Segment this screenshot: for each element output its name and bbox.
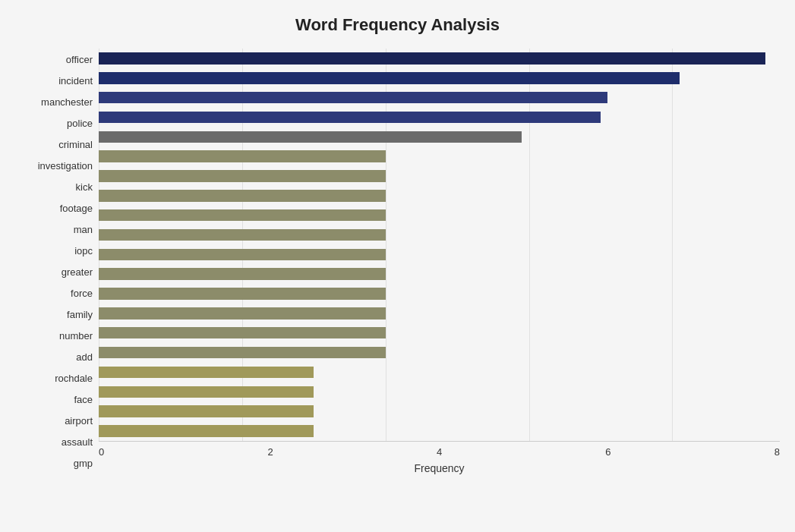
bar-row [99, 401, 780, 421]
chart-container: Word Frequency Analysis officerincidentm… [0, 0, 795, 532]
plot-area: 02468 Frequency [99, 49, 780, 474]
bar-row [99, 244, 780, 264]
y-axis: officerincidentmanchesterpolicecriminali… [15, 49, 99, 474]
y-label: assault [62, 437, 93, 447]
x-tick: 2 [267, 446, 273, 458]
y-label: officer [66, 55, 93, 65]
bar [99, 190, 386, 202]
bar [99, 307, 386, 320]
bar-row [99, 264, 780, 284]
y-label: iopc [74, 246, 93, 256]
bar [99, 249, 386, 261]
bar [99, 347, 386, 359]
y-label: man [74, 225, 93, 235]
bar-row [99, 166, 780, 186]
bar [99, 209, 386, 222]
bar-row [99, 225, 780, 245]
bar [99, 112, 601, 124]
x-tick: 8 [774, 446, 780, 458]
y-label: airport [65, 416, 93, 426]
bar-row [99, 127, 780, 146]
y-label: footage [60, 203, 93, 213]
bar [99, 72, 680, 84]
y-label: force [71, 288, 93, 298]
bar [99, 425, 314, 437]
bar [99, 327, 386, 339]
bar-row [99, 304, 780, 323]
bar [99, 150, 386, 162]
y-label: greater [62, 267, 93, 277]
y-label: police [67, 118, 93, 128]
bar-row [99, 108, 780, 127]
x-tick: 0 [99, 446, 104, 458]
bar [99, 405, 314, 417]
y-label: family [67, 310, 93, 320]
y-label: rochdale [55, 373, 93, 383]
bar-row [99, 323, 780, 343]
chart-title: Word Frequency Analysis [15, 15, 780, 35]
bar [99, 367, 314, 379]
bar-row [99, 343, 780, 363]
y-label: face [74, 395, 93, 405]
chart-area: officerincidentmanchesterpolicecriminali… [15, 49, 780, 474]
bar [99, 386, 314, 398]
y-label: manchester [41, 97, 93, 107]
bar [99, 229, 386, 241]
bar-row [99, 363, 780, 382]
y-label: add [76, 352, 93, 362]
x-tick: 6 [605, 446, 610, 458]
bar-row [99, 382, 780, 401]
bar [99, 268, 386, 280]
bar [99, 92, 607, 104]
y-label: criminal [58, 140, 93, 150]
bar-row [99, 88, 780, 108]
bar [99, 52, 765, 65]
x-axis: 02468 [99, 441, 780, 458]
y-label: number [59, 331, 93, 341]
bar [99, 288, 386, 300]
bar-row [99, 284, 780, 304]
bars-wrapper [99, 49, 780, 441]
bar [99, 170, 386, 182]
x-tick: 4 [437, 446, 442, 458]
bar-row [99, 146, 780, 166]
bar [99, 131, 522, 143]
bar-row [99, 421, 780, 441]
y-label: gmp [74, 458, 93, 468]
bar-row [99, 206, 780, 225]
y-label: incident [58, 76, 93, 86]
y-label: investigation [38, 161, 93, 171]
bar-row [99, 68, 780, 88]
bar-row [99, 49, 780, 68]
x-axis-label: Frequency [99, 462, 780, 474]
y-label: kick [76, 182, 93, 192]
bar-row [99, 186, 780, 206]
